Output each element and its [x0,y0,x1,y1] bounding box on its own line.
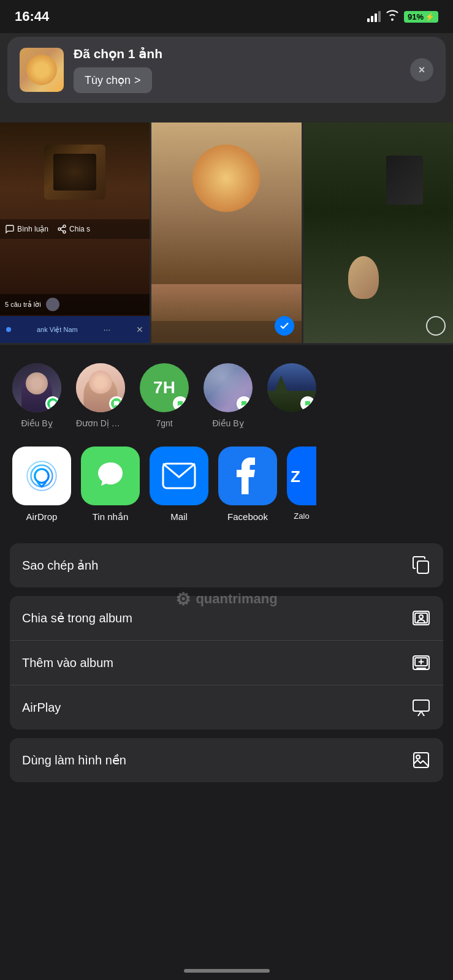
status-icons: 91% ⚡ [367,10,438,24]
contact-item-5[interactable] [267,363,316,428]
svg-point-1 [58,228,61,230]
airplay-icon [411,698,431,717]
action-item-wallpaper[interactable]: Dùng làm hình nền [10,738,443,782]
action-group-2: Chia sẻ trong album Thêm vào album [10,596,443,729]
contacts-row: Điều Bỵ Đươn Dị Bình 7H [0,345,453,440]
contact-badge-5 [300,396,315,411]
action-item-copy-photo[interactable]: Sao chép ảnh [10,543,443,587]
action-group-3: Dùng làm hình nền [10,738,443,782]
contact-avatar-3: 7H [140,363,189,412]
contact-name-1: Điều Bỵ [21,418,52,428]
share-info: Đã chọn 1 ảnh Tùy chọn > [74,47,400,93]
app-label-airdrop: AirDrop [26,511,58,522]
photo-cell-3[interactable] [303,123,453,343]
share-options-button[interactable]: Tùy chọn > [74,67,152,93]
svg-rect-21 [414,753,428,767]
action-label-copy-photo: Sao chép ảnh [22,558,98,573]
action-label-wallpaper: Dùng làm hình nền [22,753,126,767]
photo-cell-2[interactable] [151,123,301,343]
svg-point-14 [419,615,423,619]
contact-avatar-4 [204,363,253,412]
contact-item-1[interactable]: Điều Bỵ [12,363,61,428]
svg-point-0 [63,225,66,228]
bank-bar: ank Việt Nam ··· ✕ [0,316,150,343]
add-album-icon [411,653,431,673]
app-item-zalo[interactable]: Z Zalo [287,447,316,522]
contact-item-2[interactable]: Đươn Dị Bình [76,363,125,428]
action-item-airplay[interactable]: AirPlay [10,685,443,729]
contact-badge-4 [237,396,251,411]
contact-avatar-2 [76,363,125,412]
status-time: 16:44 [15,9,49,24]
action-label-share-album: Chia sẻ trong album [22,611,132,625]
svg-point-2 [63,231,66,233]
chevron-right-icon: > [134,74,141,87]
svg-rect-20 [413,700,429,711]
share-options-label: Tùy chọn [85,74,131,87]
action-list: Sao chép ảnh Chia sẻ trong album [10,543,443,790]
apps-row: AirDrop Tin nhắn Mail [0,440,453,535]
wallpaper-icon [411,750,431,770]
contact-avatar-5 [267,363,316,412]
app-item-airdrop[interactable]: AirDrop [12,447,71,522]
battery-lightning: ⚡ [425,12,435,21]
app-label-facebook: Facebook [227,511,268,522]
share-label: Chia s [69,225,90,233]
copy-icon [411,556,431,575]
battery-icon: 91% ⚡ [404,11,438,23]
contact-name-3: 7gnt [156,418,172,428]
action-item-share-album[interactable]: Chia sẻ trong album [10,596,443,641]
svg-line-3 [61,230,64,232]
contact-badge-3 [173,396,188,411]
wifi-icon [386,10,399,24]
action-label-airplay: AirPlay [22,701,61,715]
contact-item-4[interactable]: Điều Bỵ [204,363,253,428]
svg-text:Z: Z [291,467,300,486]
action-label-add-album: Thêm vào album [22,656,113,670]
battery-percent: 91% [408,12,424,21]
action-item-add-album[interactable]: Thêm vào album [10,641,443,685]
share-title: Đã chọn 1 ảnh [74,47,400,61]
photo-unselected-check [426,316,446,336]
share-header: Đã chọn 1 ảnh Tùy chọn > × [7,37,446,103]
share-album-icon [411,608,431,628]
comment-label: Bình luận [17,225,48,233]
share-sheet: ⚙ quantrimang Điều Bỵ [0,345,453,980]
close-icon: × [419,64,425,77]
contact-badge-2 [109,396,124,411]
zalo-app-icon: Z [287,447,316,505]
svg-point-22 [416,755,420,759]
contact-name-4: Điều Bỵ [212,418,243,428]
notif-text: 5 câu trả lời [5,301,41,309]
photo-grid: ank Việt Nam ··· ✕ 5 câu trả lời Bình lu… [0,123,453,343]
home-indicator [184,969,270,973]
messages-app-icon [81,447,140,505]
app-item-facebook[interactable]: Facebook [218,447,277,522]
bank-text: ank Việt Nam [37,326,78,334]
app-label-zalo: Zalo [294,511,309,521]
app-item-messages[interactable]: Tin nhắn [81,447,140,522]
photo-cell-1[interactable]: ank Việt Nam ··· ✕ 5 câu trả lời Bình lu… [0,123,150,343]
status-bar: 16:44 91% ⚡ [0,0,453,33]
photo-selected-check [275,316,294,336]
mail-app-icon [150,447,208,505]
facebook-app-icon [218,447,277,505]
app-item-mail[interactable]: Mail [150,447,208,522]
signal-icon [367,11,381,22]
app-label-mail: Mail [170,511,188,522]
contact-badge-1 [45,396,60,411]
contact-item-3[interactable]: 7H 7gnt [140,363,189,428]
share-thumbnail [20,48,64,92]
share-close-button[interactable]: × [410,58,433,81]
contact-name-2: Đươn Dị Bình [76,418,125,428]
svg-line-4 [61,227,64,229]
airdrop-app-icon [12,447,71,505]
action-group-1: Sao chép ảnh [10,543,443,587]
contact-avatar-1 [12,363,61,412]
svg-rect-11 [417,561,428,573]
app-label-messages: Tin nhắn [93,511,128,522]
